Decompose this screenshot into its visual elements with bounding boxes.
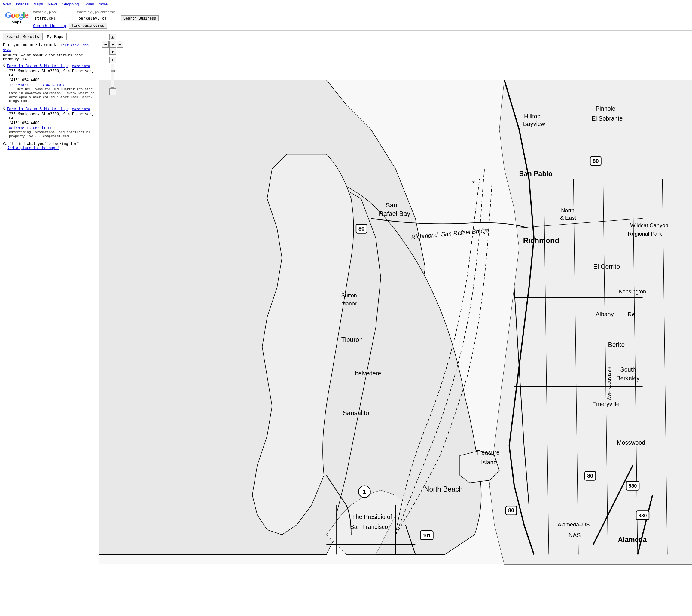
svg-text:North Beach: North Beach [424, 485, 463, 493]
svg-text:Berkeley: Berkeley [616, 375, 640, 382]
search-business-button[interactable]: Search Business [121, 15, 159, 21]
svg-text:*: * [472, 179, 475, 188]
tab-my-maps[interactable]: My Maps [44, 33, 67, 40]
result-1-snippet: ... Rex Bell owns the Old Quarter Acoust… [9, 87, 96, 103]
add-place-link[interactable]: Add a place to the map " [7, 146, 59, 150]
pin-icon-1: ◊ [3, 63, 5, 68]
map-zoom-out-button[interactable]: − [109, 88, 116, 95]
map-zoom-in-button[interactable]: + [109, 57, 116, 63]
search-links-row: Search the map find businesses [33, 23, 159, 28]
svg-text:Mosswood: Mosswood [617, 439, 645, 446]
map-nav-down-row: ▼ [102, 48, 123, 55]
zoom-slider [111, 70, 115, 72]
svg-text:San Francisco: San Francisco [350, 524, 388, 530]
svg-text:Hilltop: Hilltop [524, 113, 541, 120]
result-1-snippet-title: Trademark | IP BLaw & Fare [9, 83, 96, 87]
search-what-input[interactable] [33, 15, 75, 21]
nav-news[interactable]: News [48, 2, 58, 6]
svg-text:Bayview: Bayview [523, 121, 545, 127]
sidebar: Search Results My Maps Did you mean star… [0, 31, 99, 614]
svg-text:80: 80 [508, 508, 514, 514]
svg-text:Island: Island [481, 459, 497, 466]
cant-find-text: Can't find what you're looking for? [3, 142, 79, 146]
svg-text:Tiburon: Tiburon [341, 336, 363, 343]
result-2-snippet: advertising, promotions, and intellectua… [9, 130, 96, 138]
result-2-name-link[interactable]: Farella Braun & Martel Llp [7, 106, 68, 111]
top-navigation: Web Images Maps News Shopping Gmail more [0, 0, 692, 8]
svg-text:Re: Re [628, 312, 634, 317]
svg-text:The Presidio of: The Presidio of [352, 513, 392, 520]
svg-text:San: San [386, 202, 397, 209]
map-nav-middle-row: ◄ ● ► [102, 41, 123, 47]
result-1-name-link[interactable]: Farella Braun & Martel Llp [7, 63, 68, 68]
search-where-input[interactable] [77, 15, 119, 21]
result-2-dash: – [69, 106, 72, 111]
svg-text:Eastshore Hwy: Eastshore Hwy [607, 366, 612, 400]
svg-text:80: 80 [587, 473, 593, 479]
tab-search-results[interactable]: Search Results [3, 33, 43, 40]
svg-text:Sausalito: Sausalito [343, 409, 369, 417]
result-2-more-info[interactable]: more info [72, 107, 90, 111]
result-1-more-info[interactable]: more info [72, 64, 90, 68]
result-1-snippet-title-link[interactable]: Trademark | IP BLaw & Fare [9, 83, 65, 87]
svg-text:belvedere: belvedere [355, 370, 381, 377]
map-container: ▲ ◄ ● ► ▼ + − [99, 31, 692, 614]
svg-text:Berke: Berke [608, 341, 625, 348]
result-2-address: 235 Montgomery St #3000, San Francisco, … [9, 112, 96, 120]
suggestion-label: Did you mean stardock [3, 42, 56, 47]
svg-text:980: 980 [629, 483, 637, 489]
svg-text:Wildcat Canyon: Wildcat Canyon [630, 222, 668, 229]
map-pan-up-button[interactable]: ▲ [109, 34, 116, 40]
where-hint: Where e.g., poughkeepsie [77, 10, 119, 14]
result-2-snippet-title: Welcome to Cobalt LLP [9, 126, 96, 130]
search-area: What e.g., place Where e.g., poughkeepsi… [33, 10, 159, 28]
nav-maps[interactable]: Maps [34, 2, 43, 6]
cant-find-section: Can't find what you're looking for? – Ad… [3, 142, 96, 150]
map-svg: 80 80 80 80 980 880 1 101 Hilltop [99, 31, 692, 614]
svg-text:Treasure: Treasure [476, 449, 499, 456]
result-item-1: ◊ Farella Braun & Martel Llp – more info… [3, 63, 96, 103]
map-pan-left-button[interactable]: ◄ [102, 41, 109, 47]
map-pan-center-button[interactable]: ● [109, 41, 116, 47]
nav-shopping[interactable]: Shopping [62, 2, 79, 6]
map-pan-right-button[interactable]: ► [116, 41, 123, 47]
main-content: Search Results My Maps Did you mean star… [0, 31, 692, 614]
result-2-title-row: ◊ Farella Braun & Martel Llp – more info [3, 106, 96, 111]
svg-text:El Cerrito: El Cerrito [593, 263, 620, 270]
svg-text:El Sobrante: El Sobrante [592, 115, 623, 122]
result-1-dash: – [69, 63, 72, 68]
results-summary: Results 1–2 of about 2 for starbuck near… [3, 53, 96, 61]
svg-text:Regional Park: Regional Park [628, 231, 662, 237]
find-businesses-button[interactable]: find businesses [69, 23, 107, 28]
google-logo: Google [5, 10, 28, 20]
search-hints-row: What e.g., place Where e.g., poughkeepsi… [33, 10, 159, 14]
svg-text:North: North [561, 208, 574, 213]
svg-text:Pinhole: Pinhole [596, 105, 615, 112]
suggestion-text: Did you mean stardock Text View Map View [3, 42, 96, 52]
result-1-name: Farella Braun & Martel Llp – more info [7, 63, 90, 68]
result-2-snippet-title-link[interactable]: Welcome to Cobalt LLP [9, 126, 55, 130]
nav-web[interactable]: Web [3, 2, 11, 6]
search-map-link[interactable]: Search the map [33, 23, 66, 28]
svg-text:80: 80 [592, 158, 599, 164]
result-2-name: Farella Braun & Martel Llp – more info [7, 106, 90, 111]
search-input-row: Search Business [33, 15, 159, 21]
result-1-title-row: ◊ Farella Braun & Martel Llp – more info [3, 63, 96, 68]
zoom-bar [111, 64, 114, 88]
svg-text:880: 880 [639, 513, 647, 518]
svg-text:Alameda: Alameda [618, 536, 647, 544]
what-hint: What e.g., place [33, 10, 75, 14]
nav-more[interactable]: more [99, 2, 108, 6]
map-pan-down-button[interactable]: ▼ [109, 48, 116, 55]
nav-gmail[interactable]: Gmail [84, 2, 94, 6]
svg-text:Kensington: Kensington [619, 289, 646, 295]
logo-subtitle: Maps [12, 20, 21, 24]
map-nav-row: ▲ [102, 34, 123, 40]
svg-text:80: 80 [359, 226, 365, 232]
text-view-link[interactable]: Text View [61, 43, 79, 47]
nav-images[interactable]: Images [16, 2, 29, 6]
svg-text:Albany: Albany [596, 311, 613, 317]
svg-text:San Pablo: San Pablo [519, 170, 553, 178]
svg-text:Alameda–US: Alameda–US [558, 522, 590, 528]
map-controls: ▲ ◄ ● ► ▼ + − [102, 34, 123, 95]
